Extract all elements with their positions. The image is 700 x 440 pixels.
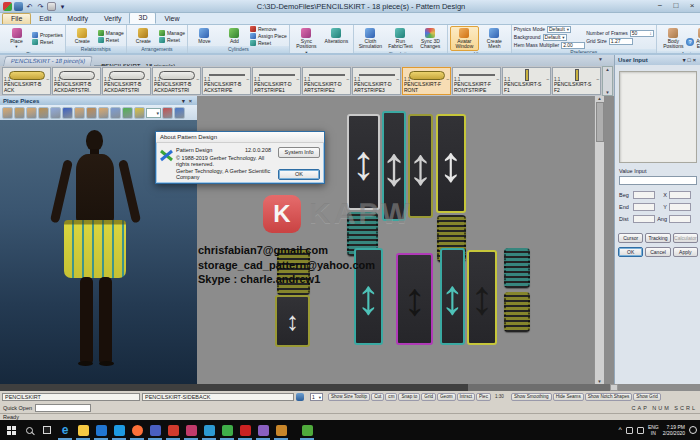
manage-relationships-button[interactable]: Manage (98, 30, 124, 36)
piece-thumbnail[interactable]: 1.1‒PENCILSKIRT-BACKDARTSTRI (152, 67, 201, 95)
avatar-pose-5-icon[interactable] (74, 107, 85, 119)
canvas-horizontal-scrollbar[interactable] (0, 384, 610, 391)
zoom-level-select[interactable]: 1▾ (310, 393, 323, 401)
pattern-piece-ruffle[interactable] (504, 292, 530, 332)
hem-mass-multiplier-input[interactable]: 2.00 (561, 42, 585, 49)
scroll-down-icon[interactable]: ▼ (605, 90, 609, 95)
pattern-piece-panel[interactable]: ↕ (275, 295, 310, 347)
piece-thumbnail[interactable]: 1.1‒PENCILSKIRT-SF2 (552, 67, 601, 95)
cursor-button[interactable]: Cursor (618, 233, 643, 243)
tracking-button[interactable]: Tracking (645, 233, 670, 243)
purple-app-icon[interactable] (254, 420, 272, 440)
toggle-geom-button[interactable]: Geom (437, 393, 456, 401)
toggle-intrsct-button[interactable]: Intrsct (457, 393, 476, 401)
scroll-up-icon[interactable]: ▲ (605, 67, 609, 72)
ok-button[interactable]: OK (618, 247, 643, 257)
maximize-button[interactable]: □ (668, 0, 684, 12)
toggle-hide-seams-button[interactable]: Hide Seams (553, 393, 584, 401)
scroll-down-icon[interactable]: ▼ (597, 379, 601, 384)
pattern-piece-panel[interactable]: ↕ (396, 253, 433, 345)
scrollbar-thumb[interactable] (0, 384, 468, 391)
redo-icon[interactable]: ↷ (36, 2, 45, 11)
piece-reset-button[interactable]: Reset (32, 39, 63, 45)
avatar-seated-icon[interactable] (50, 107, 61, 119)
blue-arrow-app-icon[interactable] (110, 420, 128, 440)
piece-thumbnail[interactable]: 1.1‒PENCILSKIRT-BACKDARTSTRI. (52, 67, 101, 95)
language-indicator[interactable]: ENG IN (648, 424, 659, 436)
body-positions-button[interactable]: Body Positions (659, 26, 688, 51)
ok-button[interactable]: OK (278, 169, 320, 180)
save-icon[interactable] (14, 2, 23, 11)
piece-thumbnail[interactable]: 1.1‒PENCILSKIRT-DARTSTRIPE2 (302, 67, 351, 95)
volume-icon[interactable] (637, 427, 644, 434)
close-button[interactable]: × (684, 0, 700, 12)
piece-picker-icon[interactable] (296, 393, 304, 401)
avatar-pose-1-icon[interactable] (2, 107, 13, 119)
toggle-show-smoothing-button[interactable]: Show Smoothing (511, 393, 552, 401)
dist-field[interactable] (633, 215, 655, 223)
panel-close-icon[interactable]: × (187, 98, 194, 104)
toggle-show-notch-shapes-button[interactable]: Show Notch Shapes (585, 393, 633, 401)
scroll-up-icon[interactable]: ▲ (597, 96, 601, 101)
globe-icon[interactable] (134, 107, 145, 119)
scrollbar-thumb[interactable] (596, 102, 604, 142)
avatar-pose-3-icon[interactable] (26, 107, 37, 119)
crimson-app-icon[interactable] (236, 420, 254, 440)
garment-icon[interactable] (110, 107, 121, 119)
piece-full-name-field[interactable]: PENCILSKIRT-SIDEBACK (142, 393, 294, 401)
piece-thumbnail[interactable]: 1.1‒PENCILSKIRT-BACKDARTSTRI (102, 67, 151, 95)
file-explorer-icon[interactable] (74, 420, 92, 440)
pants-icon[interactable] (62, 107, 73, 119)
tray-expand-icon[interactable]: ^ (619, 426, 622, 434)
grid-size-input[interactable]: 1.27 (609, 38, 633, 45)
piece-name-field[interactable]: PENCILSKIRT (2, 393, 140, 401)
indigo-app-icon[interactable] (146, 420, 164, 440)
beg-field[interactable] (633, 191, 655, 199)
toggle-piec-button[interactable]: Piec (476, 393, 491, 401)
help-icon[interactable]: ? (686, 38, 694, 46)
search-button[interactable] (20, 420, 38, 440)
tab-view[interactable]: View (156, 14, 187, 24)
minimize-button[interactable]: − (652, 0, 668, 12)
piece-thumbnail[interactable]: 1.1‒PENCILSKIRT-SF1 (502, 67, 551, 95)
manage-arrangements-button[interactable]: Manage (159, 30, 185, 36)
pattern-piece-panel[interactable]: ↕ (436, 114, 466, 213)
cloth-simulation-button[interactable]: Cloth Simulation (356, 26, 385, 51)
avatar-window-button[interactable]: Avatar Window (450, 26, 479, 51)
document-tab-inactive[interactable]: PENCILSKIRT - 18 piece(s) (3, 56, 93, 66)
firefox-icon[interactable] (128, 420, 146, 440)
photos-app-icon[interactable] (92, 420, 110, 440)
piece-thumbnail[interactable]: 1.1‒PENCILSKIRT-FRONT (402, 67, 451, 95)
display-mode-select[interactable]: ▾ (146, 108, 161, 118)
undo-icon[interactable]: ↶ (25, 2, 34, 11)
tab-edit[interactable]: Edit (31, 14, 59, 24)
number-of-frames-input[interactable]: 50↕ (630, 30, 654, 37)
piece-thumbnail[interactable]: 1.1‒PENCILSKIRT-DARTSTRIPE3 (352, 67, 401, 95)
dress-form-icon[interactable] (174, 107, 185, 119)
apply-button[interactable]: Apply (673, 247, 698, 257)
tab-modify[interactable]: Modify (59, 14, 96, 24)
y-field[interactable] (669, 203, 691, 211)
relationships-reset-button[interactable]: Reset (98, 37, 124, 43)
print-icon[interactable] (47, 2, 56, 11)
avatar-pose-7-icon[interactable] (98, 107, 109, 119)
calculator-button[interactable]: Calculator (673, 233, 698, 243)
toggle-grid-button[interactable]: Grid (421, 393, 436, 401)
alterations-button[interactable]: Alterations (322, 26, 351, 53)
assign-piece-button[interactable]: Assign Piece (250, 33, 287, 39)
tab-3d[interactable]: 3D (129, 12, 156, 24)
piece-thumbnail[interactable]: 1.1‒PENCILSKIRT-BACKSTRIPE (202, 67, 251, 95)
add-cylinder-button[interactable]: Add (220, 26, 249, 46)
panel-dropdown-icon[interactable]: ▾ (180, 98, 187, 104)
toggle-cm-button[interactable]: cm (385, 393, 397, 401)
end-field[interactable] (633, 203, 655, 211)
measure-tool-icon[interactable] (122, 107, 133, 119)
create-arrangement-button[interactable]: Create (129, 26, 158, 46)
tab-file[interactable]: File (2, 13, 31, 24)
green-app-icon[interactable] (218, 420, 236, 440)
pattern-piece-panel[interactable]: ↕ (440, 248, 465, 345)
arrangements-reset-button[interactable]: Reset (159, 37, 185, 43)
magenta-app-icon[interactable] (182, 420, 200, 440)
create-mesh-button[interactable]: Create Mesh (480, 26, 509, 51)
run-fabric-button[interactable]: Run Fabric/Text (386, 26, 415, 51)
